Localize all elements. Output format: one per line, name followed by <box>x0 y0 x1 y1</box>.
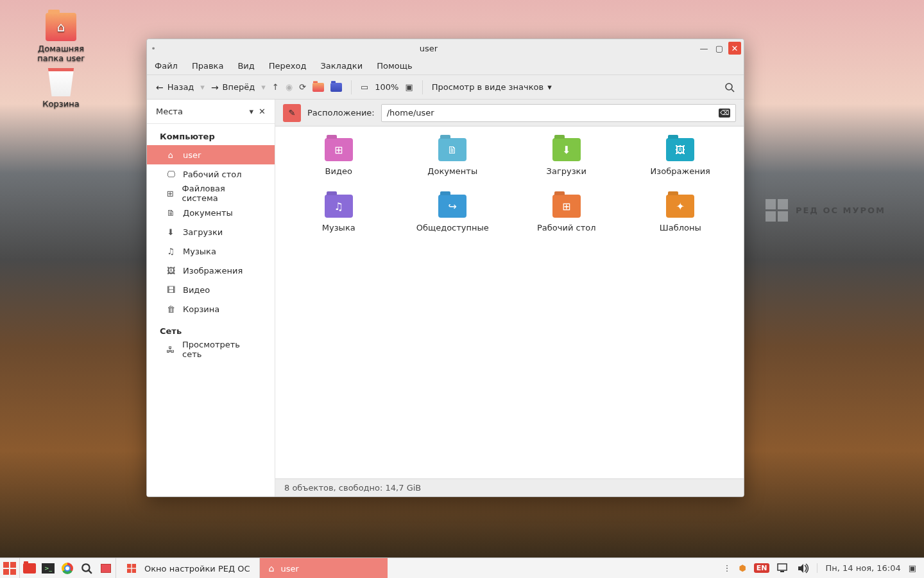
sidebar-item-label: Загрузки <box>183 227 223 237</box>
location-input[interactable] <box>387 108 719 118</box>
sidebar-item-icon: ⌂ <box>166 150 175 160</box>
sidebar-item-label: Рабочий стол <box>183 170 241 179</box>
tray-menu-icon[interactable]: ⋮ <box>723 563 731 573</box>
file-item[interactable]: ⬇Загрузки <box>509 138 624 195</box>
file-item[interactable]: 🖼Изображения <box>624 138 738 195</box>
search-icon <box>724 82 735 92</box>
tray-expand-icon[interactable]: ▣ <box>909 563 916 573</box>
launcher-terminal[interactable]: >_ <box>38 558 58 579</box>
launcher-search[interactable] <box>77 558 96 579</box>
menubar: Файл Правка Вид Переход Закладки Помощь <box>147 57 744 75</box>
menu-help[interactable]: Помощь <box>377 61 412 71</box>
maximize-button[interactable]: ▢ <box>713 42 726 55</box>
tray-security-icon[interactable]: ⬢ <box>739 563 746 573</box>
sidebar-item[interactable]: 🖧Просмотреть сеть <box>147 340 275 359</box>
view-mode-selector[interactable]: Просмотр в виде значков ▾ <box>432 82 552 92</box>
sidebar-item-icon: 🎞 <box>166 285 175 295</box>
launcher-browser[interactable] <box>58 558 77 579</box>
menu-file[interactable]: Файл <box>155 61 178 71</box>
reload-button[interactable]: ⟳ <box>299 82 306 92</box>
launcher-files[interactable] <box>19 558 38 579</box>
file-grid[interactable]: ⊞Видео🗎Документы⬇Загрузки🖼Изображения♫Му… <box>275 127 744 478</box>
desktop-icon-home[interactable]: Домашняя папка user <box>26 13 96 63</box>
clock[interactable]: Пн, 14 ноя, 16:04 <box>817 563 900 573</box>
taskbar-task[interactable]: ⌂user <box>259 558 388 578</box>
sidebar-item-label: Корзина <box>183 304 219 314</box>
pencil-icon: ✎ <box>289 108 296 118</box>
sidebar-item[interactable]: ⌂user <box>147 145 275 164</box>
sidebar-dropdown[interactable]: ▾ <box>250 107 254 116</box>
desktop-icon-trash[interactable]: Корзина <box>26 68 96 109</box>
network-icon[interactable] <box>777 563 790 574</box>
sidebar-item[interactable]: 🖵Рабочий стол <box>147 164 275 184</box>
sidebar-item[interactable]: ♫Музыка <box>147 241 275 261</box>
menu-view[interactable]: Вид <box>237 61 254 71</box>
sidebar-item[interactable]: 🖼Изображения <box>147 261 275 280</box>
sidebar-item[interactable]: ⬇Загрузки <box>147 222 275 241</box>
folder-icon: ✦ <box>666 195 694 218</box>
file-item[interactable]: ✦Шаблоны <box>624 195 738 251</box>
menu-bookmarks[interactable]: Закладки <box>320 61 363 71</box>
file-item[interactable]: ♫Музыка <box>282 195 396 251</box>
file-label: Видео <box>325 166 352 176</box>
up-button[interactable]: ↑ <box>272 82 279 92</box>
zoom-level: 100% <box>375 82 398 92</box>
window-title: user <box>160 44 697 53</box>
volume-icon[interactable] <box>798 563 809 574</box>
sidebar-close[interactable]: ✕ <box>259 107 266 116</box>
location-input-wrapper: ⌫ <box>381 104 736 122</box>
window-menu-icon[interactable]: • <box>147 44 160 53</box>
home-shortcut-icon[interactable] <box>312 83 324 92</box>
sidebar: Места ▾ ✕ Компьютер⌂user🖵Рабочий стол⊞Фа… <box>147 100 275 496</box>
menu-go[interactable]: Переход <box>269 61 307 71</box>
zoom-out-button[interactable]: ▭ <box>361 82 368 92</box>
sidebar-item-label: Музыка <box>183 247 216 256</box>
desktop-icon-label: Домашняя папка user <box>26 44 96 63</box>
close-button[interactable]: ✕ <box>728 42 741 55</box>
start-menu-button[interactable] <box>0 558 19 579</box>
file-item[interactable]: 🗎Документы <box>396 138 510 195</box>
edit-path-button[interactable]: ✎ <box>283 104 301 122</box>
folder-icon: ♫ <box>325 195 353 218</box>
forward-button[interactable]: → Вперёд <box>211 82 255 92</box>
titlebar[interactable]: • user — ▢ ✕ <box>147 39 744 57</box>
chevron-down-icon: ▾ <box>547 82 552 92</box>
folder-icon: ⊞ <box>325 138 353 161</box>
svg-point-2 <box>82 564 89 571</box>
back-history-dropdown[interactable]: ▾ <box>200 82 205 92</box>
sidebar-item[interactable]: 🎞Видео <box>147 280 275 299</box>
menu-edit[interactable]: Правка <box>192 61 223 71</box>
task-label: Окно настройки РЕД ОС <box>144 564 250 574</box>
file-label: Шаблоны <box>660 223 701 232</box>
sidebar-item-icon: 🖼 <box>166 266 175 276</box>
computer-shortcut-icon[interactable] <box>330 83 342 92</box>
home-icon: ⌂ <box>269 563 275 574</box>
file-item[interactable]: ⊞Рабочий стол <box>509 195 624 251</box>
sidebar-item[interactable]: 🗑Корзина <box>147 299 275 319</box>
desktop-icon-label: Корзина <box>42 99 79 109</box>
search-icon <box>81 563 92 574</box>
file-label: Рабочий стол <box>537 223 595 232</box>
zoom-controls: ▭ 100% ▣ <box>361 82 413 92</box>
keyboard-layout-indicator[interactable]: EN <box>754 563 770 573</box>
zoom-in-button[interactable]: ▣ <box>405 82 413 92</box>
arrow-left-icon: ← <box>156 82 164 92</box>
sidebar-header: Места ▾ ✕ <box>147 100 275 124</box>
back-button[interactable]: ← Назад <box>156 82 194 92</box>
sidebar-item[interactable]: ⊞Файловая система <box>147 184 275 203</box>
file-item[interactable]: ↪Общедоступные <box>396 195 510 251</box>
stop-button[interactable]: ◉ <box>286 82 293 92</box>
taskbar-task[interactable]: Окно настройки РЕД ОС <box>116 558 259 578</box>
svg-marker-6 <box>798 564 803 573</box>
view-mode-label: Просмотр в виде значков <box>432 82 543 92</box>
sidebar-item[interactable]: 🗎Документы <box>147 203 275 222</box>
file-item[interactable]: ⊞Видео <box>282 138 396 195</box>
clear-path-button[interactable]: ⌫ <box>719 109 730 118</box>
svg-rect-4 <box>778 564 787 570</box>
sidebar-item-label: Файловая система <box>182 184 255 203</box>
sidebar-item-label: Просмотреть сеть <box>182 340 255 359</box>
search-button[interactable] <box>724 82 735 92</box>
show-desktop-button[interactable] <box>96 558 116 579</box>
forward-history-dropdown[interactable]: ▾ <box>261 82 266 92</box>
minimize-button[interactable]: — <box>697 42 710 55</box>
